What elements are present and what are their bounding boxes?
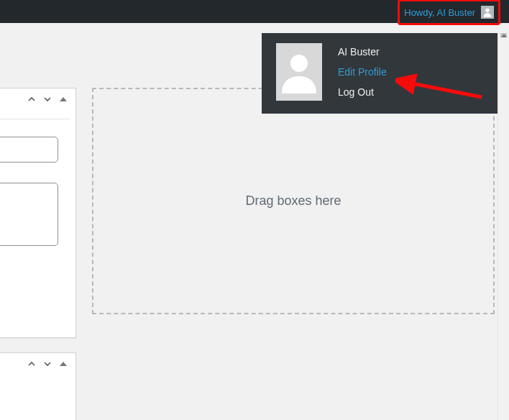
metabox-top bbox=[0, 88, 76, 338]
howdy-text: Howdy, AI Buster bbox=[404, 7, 475, 18]
metabox-header bbox=[0, 88, 75, 110]
user-display-name: AI Buster bbox=[338, 46, 387, 58]
svg-point-0 bbox=[485, 9, 489, 12]
textarea-input[interactable] bbox=[0, 183, 58, 246]
text-input[interactable] bbox=[0, 137, 58, 163]
admin-topbar: Howdy, AI Buster bbox=[0, 0, 509, 23]
metabox-header bbox=[0, 353, 75, 375]
dropzone-label: Drag boxes here bbox=[245, 193, 341, 209]
chevron-down-icon[interactable] bbox=[41, 357, 54, 370]
collapse-triangle-icon[interactable] bbox=[57, 357, 70, 370]
chevron-up-icon[interactable] bbox=[25, 357, 38, 370]
howdy-user-link[interactable]: Howdy, AI Buster bbox=[398, 0, 500, 25]
collapse-triangle-icon[interactable] bbox=[57, 93, 70, 106]
vertical-scrollbar[interactable] bbox=[497, 33, 509, 420]
avatar-large-icon bbox=[276, 43, 322, 101]
metabox-bottom bbox=[0, 352, 76, 420]
user-dropdown-links: AI Buster Edit Profile Log Out bbox=[338, 43, 387, 101]
logout-link[interactable]: Log Out bbox=[338, 86, 387, 98]
metabox-body bbox=[0, 119, 70, 332]
edit-profile-link[interactable]: Edit Profile bbox=[338, 66, 387, 78]
separator bbox=[0, 119, 70, 119]
user-dropdown: AI Buster Edit Profile Log Out bbox=[262, 33, 497, 114]
scroll-up-icon[interactable] bbox=[501, 34, 507, 37]
svg-point-1 bbox=[290, 55, 308, 72]
chevron-down-icon[interactable] bbox=[41, 93, 54, 106]
avatar-small-icon bbox=[481, 6, 494, 19]
dropzone[interactable]: Drag boxes here bbox=[92, 88, 495, 314]
chevron-up-icon[interactable] bbox=[25, 93, 38, 106]
